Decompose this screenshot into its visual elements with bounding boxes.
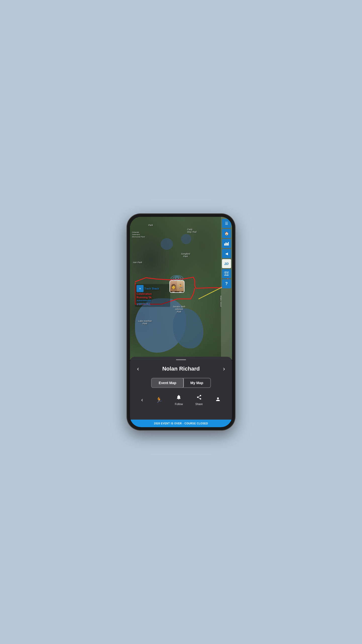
bottom-panel: ‹ Nolan Richard › Event Map My Map ‹ 🏃	[130, 357, 232, 420]
runner-button[interactable]: 🏃	[156, 397, 162, 403]
event-logo-virtual: VIRTUAL	[137, 302, 169, 306]
marker-tag-kr: KR	[177, 291, 184, 292]
home-button[interactable]: 🏠	[222, 229, 231, 238]
marker-photo-female: 👩 GR	[170, 281, 177, 292]
share-icon	[196, 394, 202, 401]
status-bar: 2020 EVENT IS OVER - COURSE CLOSED	[130, 420, 232, 427]
lake-small-1	[161, 238, 173, 250]
marker-tag-gr: GR	[170, 291, 177, 292]
map-label-orlando: OrlandoVeteransMemorial Park	[132, 231, 145, 238]
event-logo: R Track Shack Celebration Running 5k Adv…	[135, 284, 170, 307]
svg-rect-2	[227, 243, 228, 246]
map-area[interactable]: Park OrlandoVeteransMemorial Park CadyWa…	[130, 217, 232, 360]
phone-shell: Park OrlandoVeteransMemorial Park CadyWa…	[127, 214, 235, 430]
panel-handle	[176, 359, 186, 360]
event-logo-advent: AdventHealth	[137, 299, 169, 302]
profile-button[interactable]	[215, 396, 221, 404]
menu-button[interactable]: ☰	[222, 219, 231, 228]
prev-athlete-button[interactable]: ‹	[135, 363, 141, 374]
action-back-arrow[interactable]: ‹	[141, 397, 143, 403]
phone-screen: Park OrlandoVeteransMemorial Park CadyWa…	[130, 217, 232, 427]
status-text: 2020 EVENT IS OVER - COURSE CLOSED	[154, 422, 208, 425]
athlete-name: Nolan Richard	[162, 366, 200, 372]
share-label: Share	[195, 403, 203, 406]
event-logo-running: Running 5k	[137, 296, 169, 299]
back-button[interactable]: ◀	[222, 249, 231, 258]
follow-label: Follow	[175, 403, 183, 406]
marker-photo-male: 🏃 KR	[177, 281, 184, 292]
event-logo-text: Track Shack	[144, 287, 159, 290]
map-label-park: Park	[148, 224, 153, 226]
stats-button[interactable]	[222, 239, 231, 248]
map-toggle: Event Map My Map	[151, 378, 211, 388]
profile-icon	[215, 396, 221, 404]
marker-bubble: 👩 GR 🏃 KR	[169, 280, 185, 293]
map-label-nan-park: nan Park	[133, 261, 142, 264]
svg-rect-1	[225, 243, 227, 246]
runner-marker[interactable]: 👩 GR 🏃 KR	[169, 275, 185, 293]
svg-rect-0	[224, 244, 225, 246]
map-satellite: Park OrlandoVeteransMemorial Park CadyWa…	[130, 217, 232, 360]
next-athlete-button[interactable]: ›	[221, 363, 227, 374]
lake-small-2	[181, 234, 191, 244]
help-button[interactable]: ?	[222, 279, 231, 288]
follow-button[interactable]: Follow	[175, 394, 183, 406]
bottom-actions: ‹ 🏃 Follow	[130, 392, 232, 408]
my-map-button[interactable]: My Map	[183, 378, 210, 387]
bell-icon	[176, 394, 182, 401]
map-label-cady: CadyWay Trail	[187, 228, 196, 233]
map-type-button[interactable]	[222, 269, 231, 278]
2d-button[interactable]: 2D	[222, 259, 231, 268]
panel-nav: ‹ Nolan Richard ›	[130, 363, 232, 374]
map-label-songbird: SongbirdPark	[181, 253, 190, 258]
svg-marker-4	[224, 272, 229, 276]
event-map-button[interactable]: Event Map	[151, 378, 184, 388]
svg-rect-3	[228, 242, 229, 246]
share-button[interactable]: Share	[195, 394, 203, 406]
map-sidebar: ☰ 🏠 ◀ 2D	[221, 217, 232, 360]
event-logo-celebration: Celebration	[137, 292, 169, 296]
